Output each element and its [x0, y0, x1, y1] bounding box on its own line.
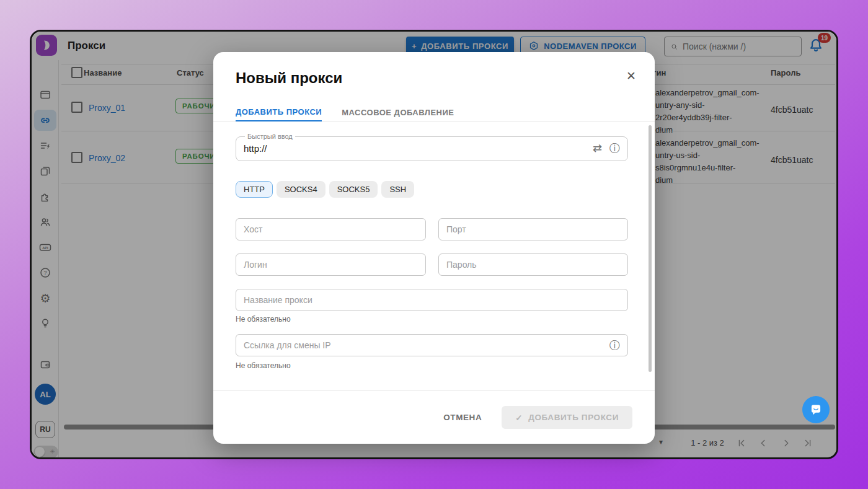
- chat-bubble-icon: [808, 402, 824, 418]
- modal-footer: ОТМЕНА ✓ ДОБАВИТЬ ПРОКСИ: [213, 390, 655, 444]
- modal-tabs: ДОБАВИТЬ ПРОКСИ МАССОВОЕ ДОБАВЛЕНИЕ: [213, 104, 655, 121]
- desktop-background: Прокси + ДОБАВИТЬ ПРОКСИ NODEMAVEN ПРОКС…: [0, 0, 868, 489]
- host-input[interactable]: [244, 224, 418, 234]
- chip-socks4[interactable]: SOCKS4: [277, 181, 326, 198]
- info-icon[interactable]: ⓘ: [609, 143, 620, 154]
- modal-title: Новый прокси: [236, 69, 342, 87]
- submit-label: ДОБАВИТЬ ПРОКСИ: [528, 413, 619, 422]
- login-field: [236, 253, 426, 276]
- new-proxy-modal: Новый прокси ✕ ДОБАВИТЬ ПРОКСИ МАССОВОЕ …: [213, 52, 655, 444]
- port-field: [438, 218, 628, 240]
- helper-text: Не обязательно: [236, 361, 291, 370]
- info-icon[interactable]: ⓘ: [609, 340, 620, 351]
- cancel-button[interactable]: ОТМЕНА: [443, 413, 482, 422]
- change-ip-field: ⓘ: [236, 334, 628, 356]
- quick-input[interactable]: [244, 143, 593, 154]
- submit-add-proxy-button[interactable]: ✓ ДОБАВИТЬ ПРОКСИ: [502, 406, 632, 429]
- chip-ssh[interactable]: SSH: [381, 181, 414, 198]
- modal-scrollbar[interactable]: [649, 125, 652, 372]
- tab-bulk-add[interactable]: МАССОВОЕ ДОБАВЛЕНИЕ: [342, 104, 454, 121]
- change-ip-input[interactable]: [244, 340, 609, 350]
- chip-socks5[interactable]: SOCKS5: [329, 181, 378, 198]
- password-field: [438, 253, 628, 276]
- swap-icon[interactable]: ⇄: [593, 141, 602, 155]
- tab-add-proxy[interactable]: ДОБАВИТЬ ПРОКСИ: [236, 104, 322, 121]
- check-icon: ✓: [515, 413, 523, 423]
- helper-text: Не обязательно: [236, 315, 291, 324]
- port-input[interactable]: [446, 224, 620, 234]
- proxy-name-input[interactable]: [244, 295, 620, 305]
- chip-http[interactable]: HTTP: [236, 181, 273, 198]
- quick-input-field: Быстрый ввод ⇄ ⓘ: [236, 133, 628, 161]
- close-icon[interactable]: ✕: [624, 68, 639, 83]
- proxy-name-field: [236, 289, 628, 311]
- password-input[interactable]: [446, 260, 620, 270]
- protocol-chips: HTTP SOCKS4 SOCKS5 SSH: [236, 181, 414, 198]
- chat-widget-button[interactable]: [802, 396, 830, 423]
- login-input[interactable]: [244, 260, 418, 270]
- quick-input-label: Быстрый ввод: [245, 133, 295, 140]
- host-field: [236, 218, 426, 240]
